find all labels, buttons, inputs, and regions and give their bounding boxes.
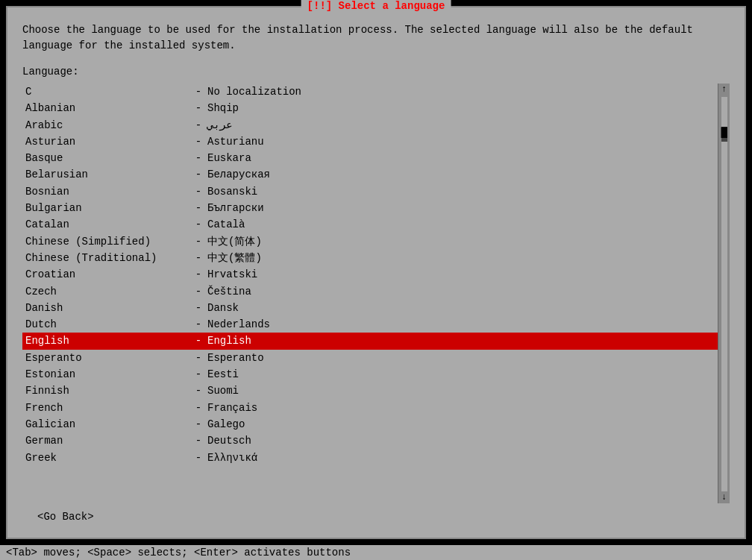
lang-name: Basque — [25, 151, 189, 166]
lang-name: Bulgarian — [25, 201, 189, 215]
lang-dash: - — [189, 101, 207, 116]
lang-dash: - — [189, 284, 207, 299]
lang-native: Galego — [207, 417, 715, 432]
scroll-track: █ — [721, 97, 727, 491]
list-item[interactable]: French - Français — [22, 400, 718, 416]
list-item[interactable]: Danish - Dansk — [22, 300, 718, 316]
lang-name: Croatian — [25, 267, 189, 282]
lang-dash: - — [189, 251, 207, 265]
lang-name: Finnish — [25, 383, 189, 398]
list-item[interactable]: Chinese (Traditional) - 中文(繁體) — [22, 250, 718, 266]
list-item[interactable]: C - No localization — [22, 84, 718, 100]
list-item[interactable]: Albanian - Shqip — [22, 100, 718, 116]
lang-dash: - — [189, 450, 207, 465]
lang-name: Arabic — [25, 118, 189, 133]
list-item[interactable]: Bulgarian - Български — [22, 200, 718, 216]
list-item[interactable]: Estonian - Eesti — [22, 366, 718, 383]
lang-name: Dutch — [25, 317, 189, 332]
lang-name: Chinese (Simplified) — [25, 234, 189, 249]
lang-dash: - — [189, 201, 207, 215]
language-list[interactable]: C - No localizationAlbanian - ShqipArabi… — [22, 84, 718, 503]
lang-dash: - — [189, 417, 207, 432]
scroll-up-icon[interactable]: ↑ — [721, 85, 727, 94]
dialog-content: Choose the language to be used for the i… — [7, 7, 745, 538]
lang-dash: - — [189, 400, 207, 415]
dialog: [!!] Select a language Choose the langua… — [6, 6, 746, 539]
list-item[interactable]: Esperanto - Esperanto — [22, 350, 718, 366]
title-bar: [!!] Select a language — [301, 0, 451, 12]
lang-native: Български — [207, 201, 715, 215]
lang-native: Eesti — [207, 367, 715, 382]
list-item[interactable]: Dutch - Nederlands — [22, 316, 718, 333]
lang-native: عربي — [207, 118, 715, 133]
lang-native: No localization — [207, 84, 715, 99]
lang-native: Hrvatski — [207, 267, 715, 282]
lang-dash: - — [189, 333, 207, 348]
lang-name: Chinese (Traditional) — [25, 251, 189, 265]
lang-dash: - — [189, 350, 207, 365]
lang-native: Ελληνικά — [207, 450, 715, 465]
lang-dash: - — [189, 234, 207, 249]
list-item[interactable]: German - Deutsch — [22, 432, 718, 449]
lang-native: English — [207, 333, 715, 348]
status-bar: <Tab> moves; <Space> selects; <Enter> ac… — [0, 545, 752, 560]
lang-name: English — [25, 333, 189, 348]
lang-native: Català — [207, 217, 715, 232]
lang-name: German — [25, 433, 189, 448]
description: Choose the language to be used for the i… — [22, 22, 730, 54]
go-back-button[interactable]: <Go Back> — [37, 511, 94, 523]
lang-name: Belarusian — [25, 167, 189, 182]
lang-dash: - — [189, 167, 207, 182]
list-item[interactable]: Finnish - Suomi — [22, 383, 718, 399]
lang-name: Czech — [25, 284, 189, 299]
lang-native: Français — [207, 400, 715, 415]
lang-dash: - — [189, 134, 207, 149]
lang-native: Esperanto — [207, 350, 715, 365]
list-item[interactable]: Chinese (Simplified) - 中文(简体) — [22, 233, 718, 250]
lang-name: Albanian — [25, 101, 189, 116]
list-item[interactable]: Belarusian - Беларуская — [22, 166, 718, 183]
list-item[interactable]: Czech - Čeština — [22, 283, 718, 300]
list-item[interactable]: Greek - Ελληνικά — [22, 450, 718, 466]
lang-dash: - — [189, 84, 207, 99]
lang-dash: - — [189, 151, 207, 166]
lang-native: Dansk — [207, 301, 715, 315]
lang-name: Danish — [25, 301, 189, 315]
language-label: Language: — [22, 66, 730, 78]
list-item[interactable]: Arabic - عربي — [22, 117, 718, 133]
scroll-down-icon[interactable]: ↓ — [721, 493, 727, 502]
lang-dash: - — [189, 184, 207, 199]
lang-name: Bosnian — [25, 184, 189, 199]
lang-name: Catalan — [25, 217, 189, 232]
lang-native: Nederlands — [207, 317, 715, 332]
scrollbar: ↑ █ ↓ — [718, 84, 730, 503]
list-item[interactable]: Croatian - Hrvatski — [22, 266, 718, 283]
lang-native: Bosanski — [207, 184, 715, 199]
lang-native: Asturianu — [207, 134, 715, 149]
lang-native: Deutsch — [207, 433, 715, 448]
scroll-thumb: █ — [721, 127, 727, 142]
lang-dash: - — [189, 118, 207, 133]
list-item[interactable]: Asturian - Asturianu — [22, 133, 718, 150]
lang-dash: - — [189, 267, 207, 282]
lang-dash: - — [189, 433, 207, 448]
buttons-area: <Go Back> — [22, 503, 730, 530]
lang-dash: - — [189, 367, 207, 382]
lang-dash: - — [189, 301, 207, 315]
lang-name: Greek — [25, 450, 189, 465]
lang-native: Suomi — [207, 383, 715, 398]
lang-native: Shqip — [207, 101, 715, 116]
list-container: C - No localizationAlbanian - ShqipArabi… — [22, 84, 730, 503]
lang-native: Euskara — [207, 151, 715, 166]
lang-dash: - — [189, 317, 207, 332]
lang-native: 中文(简体) — [207, 234, 715, 249]
lang-native: Беларуская — [207, 167, 715, 182]
lang-name: Estonian — [25, 367, 189, 382]
list-item[interactable]: Galician - Galego — [22, 416, 718, 432]
list-item[interactable]: Basque - Euskara — [22, 150, 718, 166]
list-item[interactable]: English - English — [22, 333, 718, 349]
list-item[interactable]: Bosnian - Bosanski — [22, 183, 718, 200]
list-item[interactable]: Catalan - Català — [22, 216, 718, 233]
lang-native: 中文(繁體) — [207, 251, 715, 265]
lang-name: C — [25, 84, 189, 99]
